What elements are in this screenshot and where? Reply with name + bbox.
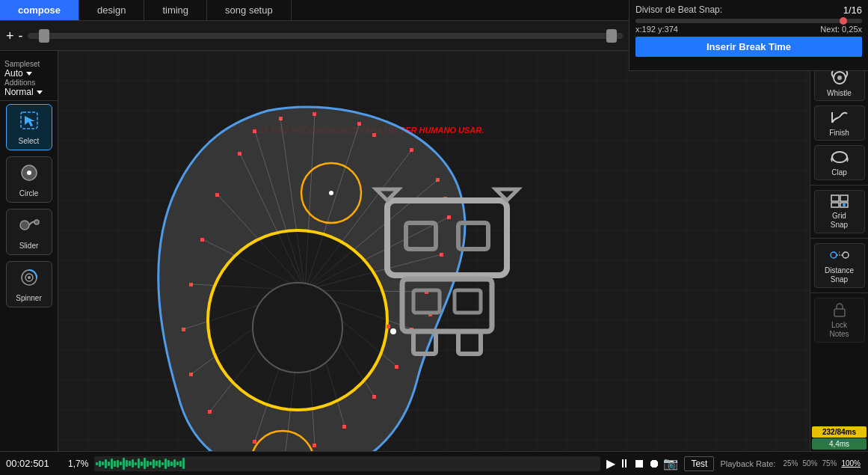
waveform-bar <box>164 459 167 469</box>
tab-compose-label: compose <box>18 4 61 16</box>
select-tool-label: Select <box>19 137 40 145</box>
spinner-tool-icon <box>19 267 40 291</box>
timeline-thumb-right[interactable] <box>606 29 617 43</box>
waveform-bar <box>114 461 116 467</box>
svg-rect-34 <box>253 440 256 444</box>
svg-rect-24 <box>182 328 185 331</box>
svg-rect-74 <box>413 290 440 313</box>
svg-rect-18 <box>395 365 398 369</box>
stop-button[interactable]: ⏹ <box>633 457 645 471</box>
waveform-bar <box>147 461 149 467</box>
right-divider-3 <box>810 292 868 293</box>
svg-rect-75 <box>455 290 481 313</box>
svg-point-88 <box>843 252 849 258</box>
svg-rect-83 <box>840 195 848 201</box>
bpm-section: 232/84ms 4,4ms <box>810 425 868 451</box>
right-divider-2 <box>810 238 868 239</box>
svg-rect-30 <box>372 133 376 137</box>
waveform-bar <box>176 462 179 465</box>
tab-timing[interactable]: timing <box>144 0 207 20</box>
playback-controls: ▶ ⏸ ⏹ ⏺ 📷 <box>606 456 678 471</box>
tab-song-setup-label: song setup <box>225 4 273 16</box>
waveform-bar <box>173 459 176 468</box>
waveform-bars <box>94 456 600 471</box>
right-panel: ◀ NewCombo Whistle Finish <box>810 21 868 451</box>
svg-point-4 <box>20 221 29 230</box>
additions-label: Additions <box>4 79 53 87</box>
bottom-bar: 00:02:501 1,7% <box>0 451 868 475</box>
svg-point-3 <box>27 171 31 175</box>
svg-marker-1 <box>25 116 35 126</box>
beat-snap-bar[interactable] <box>635 19 862 23</box>
timeline-track[interactable] <box>28 33 623 39</box>
sampleset-chevron-down-icon <box>26 72 32 76</box>
svg-point-87 <box>831 252 837 258</box>
sampleset-section: Sampleset Auto Additions Normal <box>0 57 58 101</box>
timeline-plus-button[interactable]: + <box>6 29 14 43</box>
slider-tool-button[interactable]: Slider <box>6 209 52 255</box>
rate-25-button[interactable]: 25% <box>781 459 799 468</box>
lock-notes-label: LockNotes <box>829 321 849 339</box>
additions-dropdown[interactable]: Normal <box>4 87 53 97</box>
waveform-bar <box>161 462 164 465</box>
svg-rect-70 <box>458 223 488 249</box>
spinner-tool-button[interactable]: Spinner <box>6 261 52 307</box>
insert-break-button[interactable]: Inserir Break Time <box>635 37 862 57</box>
grid-snap-label: GridSnap <box>831 212 848 230</box>
beat-snap-area: Divisor de Beat Snap: 1/16 x:192 y:374 N… <box>629 0 868 71</box>
svg-rect-76 <box>413 331 436 354</box>
waveform-bar <box>135 462 137 465</box>
waveform-bar <box>170 462 173 466</box>
waveform-bar <box>120 462 122 465</box>
svg-point-5 <box>34 220 39 224</box>
robot-container <box>342 186 567 365</box>
clap-label: Clap <box>831 168 847 177</box>
timeline-thumb-left[interactable] <box>39 29 49 43</box>
circle-tool-button[interactable]: Circle <box>6 156 52 203</box>
next-text: Next: 0,25x <box>820 25 862 34</box>
tab-song-setup[interactable]: song setup <box>207 0 292 20</box>
svg-text:♪: ♪ <box>838 250 840 254</box>
sampleset-dropdown[interactable]: Auto <box>4 68 53 79</box>
rate-100-button[interactable]: 100% <box>840 459 862 468</box>
waveform-bar <box>111 459 113 469</box>
svg-rect-84 <box>831 203 839 207</box>
waveform-track[interactable] <box>94 456 600 471</box>
test-button[interactable]: Test <box>684 456 714 471</box>
tab-timing-label: timing <box>162 4 188 16</box>
play-button[interactable]: ▶ <box>606 456 615 471</box>
rate-50-button[interactable]: 50% <box>801 459 819 468</box>
distance-snap-label: DistanceSnap <box>825 266 854 284</box>
clap-icon <box>829 149 850 167</box>
waveform-bar <box>158 460 161 468</box>
lock-notes-button[interactable]: LockNotes <box>814 298 865 343</box>
svg-rect-21 <box>313 444 316 447</box>
sampleset-label: Sampleset <box>4 60 53 68</box>
tab-design[interactable]: design <box>79 0 144 20</box>
grid-snap-button[interactable]: GridSnap <box>814 190 865 233</box>
svg-rect-73 <box>402 279 492 331</box>
waveform-bar <box>108 462 110 466</box>
finish-button[interactable]: Finish <box>814 105 865 141</box>
waveform-bar <box>99 461 101 467</box>
waveform-bar <box>117 460 119 468</box>
clap-button[interactable]: Clap <box>814 145 865 180</box>
whistle-button[interactable]: Whistle <box>814 66 865 101</box>
tab-compose[interactable]: compose <box>0 0 79 20</box>
waveform-bar <box>102 462 104 465</box>
select-tool-icon <box>19 110 40 134</box>
grid-snap-icon <box>830 194 849 210</box>
robot-svg <box>342 186 567 365</box>
waveform-bar <box>123 458 125 470</box>
slider-tool-icon <box>19 215 40 239</box>
playback-rate-label: Playback Rate: <box>720 459 775 468</box>
timeline-minus-button[interactable]: - <box>19 29 23 43</box>
camera-button[interactable]: 📷 <box>663 456 678 471</box>
select-tool-button[interactable]: Select <box>6 104 52 150</box>
distance-snap-button[interactable]: ♪ DistanceSnap <box>814 243 865 288</box>
pause-button[interactable]: ⏸ <box>618 457 630 471</box>
rate-75-button[interactable]: 75% <box>820 459 838 468</box>
record-button[interactable]: ⏺ <box>648 457 660 471</box>
svg-point-79 <box>837 76 842 80</box>
main-canvas: 1/16 NÃO RECOMENDADO PARA UM SER HUMANO … <box>58 51 810 451</box>
